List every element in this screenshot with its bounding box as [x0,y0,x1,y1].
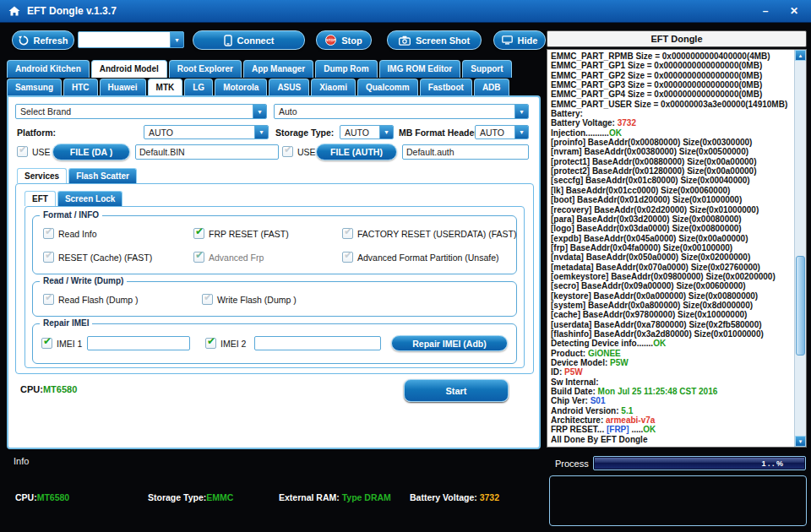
scrollbar-thumb[interactable] [796,256,805,356]
use-auth-checkbox[interactable]: USE [282,146,316,157]
repair-imei-button[interactable]: Repair IMEI (Adb) [391,335,508,351]
refresh-button[interactable]: Refresh [12,30,74,50]
model-select[interactable]: Auto [274,104,529,119]
tab-support[interactable]: Support [462,60,511,78]
screenshot-button[interactable]: Screen Shot [387,30,482,50]
checkbox-mark [43,294,54,305]
log-line: Chip Ver: S01 [551,396,792,405]
progress-bar: 1 . . % [593,456,806,470]
read-info-checkbox[interactable]: Read Info [43,228,97,239]
log-line: [oemkeystore] BaseAddr(0x09800000) Size(… [551,272,792,281]
tab-brand-huawei[interactable]: Huawei [100,79,146,96]
storage-type-label: Storage Type: [275,128,334,138]
log-line: [proinfo] BaseAddr(0x00080000) Size(0x00… [551,138,792,147]
auth-file-input[interactable] [402,144,529,160]
window-title: EFT Dongle v.1.3.7 [27,5,117,17]
log-line: [recovery] BaseAddr(0x02d20000) Size(0x0… [551,205,792,214]
minimize-button[interactable]: – [757,5,774,17]
da-file-input[interactable] [135,144,279,160]
log-line: EMMC_PART_GP3 Size = 0x0000000000000000(… [551,80,792,90]
reset-cache-checkbox[interactable]: RESET (Cache) (FAST) [43,252,152,263]
tab-android-model[interactable]: Android Model [91,60,167,78]
info-section-title: Info [14,456,29,466]
tab-brand-mtk[interactable]: MTK [148,79,183,96]
log-line: Android Version: 5.1 [551,406,792,415]
scroll-up-icon[interactable]: ▲ [795,50,806,61]
tab-service-services[interactable]: Services [17,168,67,183]
window-hide-icon [502,35,513,45]
format-header-label: MB Format Header [399,128,477,138]
inner-tab-bar: EFTScreen Lock [24,191,122,206]
use-da-checkbox[interactable]: USE [17,146,51,157]
log-line: [nvdata] BaseAddr(0x050a0000) Size(0x020… [551,252,792,262]
log-line: EMMC_PART_GP2 Size = 0x0000000000000000(… [551,71,792,80]
platform-select[interactable]: AUTO [144,125,269,139]
format-header-select[interactable]: AUTO [475,125,529,139]
mtk-panel: Select Brand Auto Platform: AUTO Storage… [7,95,541,449]
scroll-down-icon[interactable]: ▼ [795,436,806,447]
main-tab-bar: Android KitchenAndroid ModelRoot Explore… [7,60,512,78]
dropdown-arrow-icon [253,105,266,118]
tab-brand-qualcomm[interactable]: Qualcomm [357,79,418,96]
hide-button[interactable]: Hide [493,30,546,50]
storage-type-select[interactable]: AUTO [340,125,394,139]
tab-inner-screen-lock[interactable]: Screen Lock [57,191,122,206]
log-line: [flashinfo] BaseAddr(0x3a2d80000) Size(0… [551,329,792,339]
connect-button[interactable]: Connect [193,30,305,50]
file-auth-button[interactable]: FILE (AUTH) [316,144,397,160]
tab-brand-motorola[interactable]: Motorola [215,79,267,96]
log-line: [protect2] BaseAddr(0x01280000) Size(0x0… [551,166,792,176]
tab-brand-samsung[interactable]: Samsung [7,79,62,96]
write-flash-checkbox[interactable]: Write Flash (Dump ) [202,294,297,305]
log-line: [lk] BaseAddr(0x01cc0000) Size(0x0006000… [551,186,792,195]
usb-connect-icon [224,35,232,46]
file-da-button[interactable]: FILE (DA ) [52,144,130,160]
dropdown-arrow-icon [170,32,183,47]
stop-button[interactable]: STOP Stop [316,30,372,50]
imei2-checkbox[interactable]: IMEI 2 [205,338,246,349]
start-button[interactable]: Start [404,379,509,402]
advanced-format-checkbox[interactable]: Advanced Format Partition (Unsafe) [342,252,499,263]
tab-android-kitchen[interactable]: Android Kitchen [7,60,90,78]
checkbox-mark [17,146,28,157]
read-flash-checkbox[interactable]: Read Flash (Dump ) [43,294,139,305]
services-panel: EFTScreen Lock Format / INFO Read Info F… [15,183,534,374]
tab-brand-fastboot[interactable]: Fastboot [420,79,472,96]
imei1-checkbox[interactable]: IMEI 1 [41,338,82,349]
frp-reset-checkbox[interactable]: FRP RESET (FAST) [193,228,289,239]
log-panel-title: EFT Dongle [547,30,807,47]
tab-brand-xiaomi[interactable]: Xiaomi [311,79,356,96]
factory-reset-checkbox[interactable]: FACTORY RESET (USERDATA) (FAST) [342,228,516,239]
right-panel: EFT Dongle EMMC_PART_RPMB Size = 0x00000… [547,30,807,448]
checkbox-mark [342,252,353,263]
tab-app-manager[interactable]: App Manager [243,60,313,78]
tab-service-flash-scatter[interactable]: Flash Scatter [68,168,137,183]
service-tab-bar: ServicesFlash Scatter [17,168,137,183]
toolbar-combobox[interactable] [78,31,184,48]
tab-brand-adb[interactable]: ADB [474,79,509,96]
tab-img-rom-editor[interactable]: IMG ROM Editor [379,60,461,78]
tab-brand-lg[interactable]: LG [184,79,213,96]
log-line: Build Date: Mon Jul 25 11:25:48 CST 2016 [551,387,792,396]
tab-inner-eft[interactable]: EFT [24,191,56,206]
tab-root-explorer[interactable]: Root Explorer [169,60,242,78]
checkbox-mark [43,252,54,263]
checkbox-mark [193,228,204,239]
imei2-input[interactable] [254,336,381,350]
tab-brand-htc[interactable]: HTC [63,79,98,96]
tab-dump-rom[interactable]: Dump Rom [315,60,377,78]
checkbox-mark [41,338,52,349]
close-button[interactable]: ✕ [786,5,803,17]
log-line: FRP RESET... [FRP] .....OK [551,425,792,434]
log-line: All Done By EFT Dongle [551,435,792,444]
brand-select[interactable]: Select Brand [15,104,267,119]
log-scrollbar[interactable]: ▲ ▼ [794,50,806,447]
tab-brand-asus[interactable]: ASUS [269,79,309,96]
log-line: Battery Voltage: 3732 [551,118,792,128]
eft-panel: Format / INFO Read Info FRP RESET (FAST)… [24,206,525,368]
advanced-frp-checkbox[interactable]: Advanced Frp [193,252,264,263]
imei1-input[interactable] [87,336,190,350]
log-output: EMMC_PART_RPMB Size = 0x0000000000400000… [547,49,807,448]
log-line: Battery: [551,109,792,118]
log-line: [logo] BaseAddr(0x03da0000) Size(0x00800… [551,224,792,233]
